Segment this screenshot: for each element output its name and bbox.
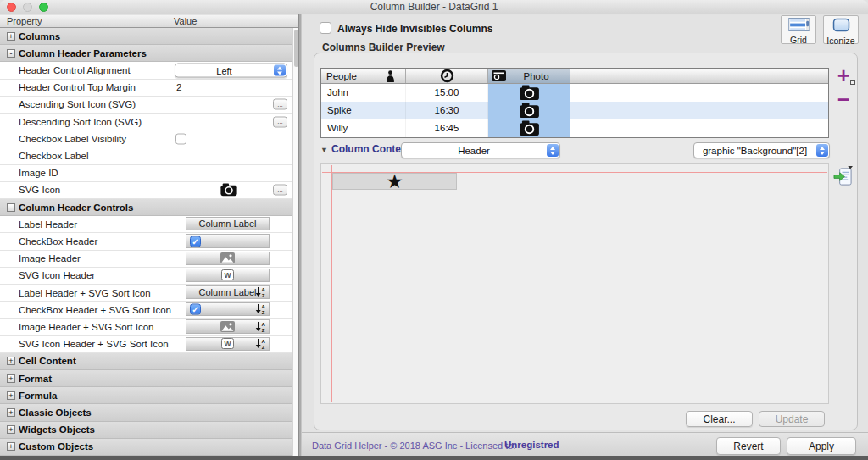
checkbox-unchecked[interactable]	[175, 133, 186, 144]
property-value: ✓	[170, 233, 292, 249]
preview-row[interactable]: Spike16:30	[321, 102, 828, 119]
expander-icon[interactable]: +	[7, 391, 15, 400]
property-label: Checkbox Label	[19, 151, 88, 161]
property-label: SVG Icon Header + SVG Sort Icon	[19, 339, 169, 349]
expander-icon[interactable]: +	[7, 442, 15, 451]
time-cell: 16:30	[406, 102, 488, 119]
expander-icon[interactable]: +	[7, 425, 15, 434]
checkbox-checked[interactable]: ✓	[190, 304, 201, 315]
svg-text:Z: Z	[262, 311, 265, 316]
property-label: CheckBox Header + SVG Sort Icon	[19, 305, 171, 315]
property-value: ...	[170, 182, 292, 198]
section-row[interactable]: +Columns	[0, 28, 292, 45]
property-row: SVG Icon Header + SVG Sort Icon W A Z	[0, 336, 292, 353]
checkbox-checked[interactable]: ✓	[190, 236, 201, 247]
browse-dots-button[interactable]: ...	[273, 185, 287, 196]
clear-button[interactable]: Clear...	[686, 411, 753, 427]
section-row[interactable]: +Formula	[0, 387, 292, 404]
expander-icon[interactable]: +	[7, 32, 15, 41]
preview-row[interactable]: John15:00	[321, 84, 828, 102]
remove-column-button[interactable]: −	[833, 89, 854, 109]
header-preview-button[interactable]: A Z	[186, 319, 270, 333]
property-value	[170, 130, 292, 147]
builder-panel: Grid Iconize Always Hide Invisibles Colu…	[302, 15, 868, 456]
header-preview-button[interactable]: ✓	[186, 234, 270, 247]
section-row[interactable]: +Cell Content	[0, 353, 292, 370]
content-type-dropdown[interactable]: Header	[401, 142, 560, 158]
camera-icon	[492, 70, 506, 81]
header-preview-button[interactable]: W	[186, 269, 270, 282]
property-column-header: Property	[7, 16, 42, 26]
stepper-icon	[816, 144, 828, 157]
property-value: A Z	[170, 319, 292, 335]
svg-text:A: A	[261, 321, 265, 326]
section-row[interactable]: +Classic Objects	[0, 404, 292, 421]
preview-column-photo[interactable]: Photo	[488, 69, 570, 83]
header-preview-button[interactable]: Column Label A Z	[186, 285, 270, 299]
header-preview-button[interactable]	[186, 252, 270, 265]
header-preview-button[interactable]: ✓ A Z	[186, 302, 270, 316]
section-row[interactable]: +Custom Objects	[0, 439, 292, 456]
update-button[interactable]: Update	[759, 411, 825, 427]
camera-icon	[519, 85, 540, 101]
property-row: Header Control Top Margin2	[0, 80, 292, 97]
preview-column-time[interactable]	[406, 69, 488, 83]
image-icon	[220, 321, 235, 332]
header-preview-button[interactable]: W A Z	[186, 337, 270, 351]
svg-text:Z: Z	[262, 328, 265, 333]
property-value	[170, 165, 292, 181]
title-bar: Column Builder - DataGrid 1	[0, 0, 868, 14]
grid-toolbar-button[interactable]: Grid	[781, 15, 816, 44]
section-row[interactable]: +Format	[0, 370, 292, 387]
svg-text:A: A	[261, 339, 265, 344]
browse-dots-button[interactable]: ...	[273, 99, 287, 110]
expander-icon[interactable]: +	[7, 357, 15, 365]
property-value: ...	[170, 97, 292, 113]
expander-icon[interactable]: +	[7, 408, 15, 417]
camera-icon	[519, 103, 540, 119]
iconize-toolbar-button[interactable]: Iconize	[823, 15, 859, 44]
photo-cell	[488, 102, 570, 119]
window-title: Column Builder - DataGrid 1	[0, 0, 868, 14]
canvas-header-bar[interactable]: ★	[332, 173, 457, 190]
section-label: Formula	[19, 391, 57, 401]
close-button[interactable]	[7, 3, 16, 12]
section-label: Custom Objects	[19, 441, 93, 452]
section-row[interactable]: -Column Header Controls	[0, 199, 292, 216]
sort-az-icon: A Z	[255, 321, 266, 333]
preview-body: John15:00 Spike16:30 Willy16:45	[321, 84, 828, 137]
bottom-bar: Data Grid Helper - © 2018 ASG Inc - Lice…	[302, 432, 868, 456]
header-preview-button[interactable]: Column Label	[186, 217, 270, 230]
vertical-guide-line	[331, 165, 332, 402]
preview-row[interactable]: Willy16:45	[321, 119, 828, 137]
iconize-button-label: Iconize	[824, 36, 858, 46]
sort-az-icon: A Z	[255, 338, 266, 350]
minimize-button[interactable]	[23, 3, 32, 12]
license-status: Unregistred	[504, 440, 559, 450]
section-row[interactable]: +Widgets Objects	[0, 422, 292, 439]
property-value: Column Label	[170, 216, 292, 232]
preview-column-people[interactable]: People	[321, 69, 406, 83]
expander-icon[interactable]: -	[7, 49, 15, 58]
chevron-down-icon	[277, 71, 282, 75]
browse-dots-button[interactable]: ...	[273, 116, 287, 127]
expander-icon[interactable]: -	[7, 203, 15, 212]
insert-object-icon[interactable]	[833, 165, 853, 188]
design-canvas[interactable]: ★	[320, 163, 829, 404]
expander-icon[interactable]: +	[7, 374, 15, 383]
sort-az-icon: A Z	[255, 303, 266, 315]
property-label: Checkbox Label Visibility	[19, 134, 126, 144]
value-dropdown[interactable]: Left	[175, 64, 287, 78]
revert-button[interactable]: Revert	[716, 437, 781, 455]
graphic-dropdown[interactable]: graphic "Background"[2]	[693, 142, 830, 158]
apply-button[interactable]: Apply	[787, 437, 856, 455]
add-column-button[interactable]: +	[833, 65, 854, 86]
section-row[interactable]: -Column Header Parameters	[0, 45, 292, 62]
property-panel: Property Value +Columns-Column Header Pa…	[0, 15, 298, 456]
always-hide-checkbox[interactable]	[320, 22, 331, 34]
star-icon[interactable]: ★	[386, 174, 403, 189]
zoom-button[interactable]	[39, 3, 48, 12]
disclosure-triangle-icon[interactable]: ▼	[320, 146, 328, 154]
svg-text:A: A	[261, 287, 265, 292]
property-scrollbar[interactable]	[292, 28, 298, 456]
